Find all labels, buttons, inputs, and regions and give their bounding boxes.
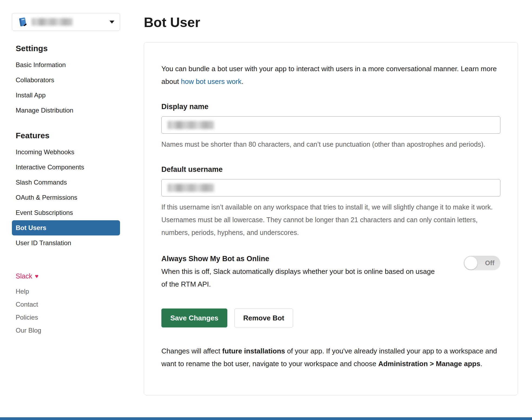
footer-link-help[interactable]: Help xyxy=(16,285,120,298)
main-content: Bot User You can bundle a bot user with … xyxy=(120,0,532,395)
bottom-accent-bar xyxy=(0,417,532,420)
page: Settings Basic Information Collaborators… xyxy=(0,0,532,395)
how-bot-users-work-link[interactable]: how bot users work xyxy=(181,77,241,86)
always-online-row: Always Show My Bot as Online When this i… xyxy=(161,255,500,291)
default-username-input[interactable] xyxy=(161,179,500,196)
sidebar: Settings Basic Information Collaborators… xyxy=(12,13,120,395)
sidebar-item-incoming-webhooks[interactable]: Incoming Webhooks xyxy=(12,145,120,160)
page-title: Bot User xyxy=(144,15,518,30)
footnote-text: Changes will affect future installations… xyxy=(161,345,499,370)
sidebar-item-basic-information[interactable]: Basic Information xyxy=(12,57,120,73)
footnote-bold1: future installations xyxy=(222,347,285,355)
app-selector-dropdown[interactable] xyxy=(12,13,120,31)
toggle-knob xyxy=(464,257,477,270)
sidebar-item-install-app[interactable]: Install App xyxy=(12,88,120,103)
toggle-state-label: Off xyxy=(485,259,494,267)
slack-brand: Slack ♥ xyxy=(16,272,120,280)
slack-brand-label: Slack xyxy=(16,272,32,280)
sidebar-item-oauth-permissions[interactable]: OAuth & Permissions xyxy=(12,190,120,205)
footer-link-our-blog[interactable]: Our Blog xyxy=(16,324,120,337)
footer-link-contact[interactable]: Contact xyxy=(16,298,120,311)
always-online-title: Always Show My Bot as Online xyxy=(161,255,437,263)
app-book-icon xyxy=(18,17,28,27)
intro-text: You can bundle a bot user with your app … xyxy=(161,63,499,88)
footer-link-policies[interactable]: Policies xyxy=(16,311,120,324)
save-changes-button[interactable]: Save Changes xyxy=(161,309,227,327)
display-name-value-redacted xyxy=(168,121,214,129)
always-online-toggle[interactable]: Off xyxy=(464,256,500,270)
footnote-part1: Changes will affect xyxy=(161,347,222,355)
sidebar-item-bot-users[interactable]: Bot Users xyxy=(12,220,120,235)
footnote-bold2: Administration > Manage apps xyxy=(378,360,480,368)
always-online-description: When this is off, Slack automatically di… xyxy=(161,265,437,291)
always-online-label-block: Always Show My Bot as Online When this i… xyxy=(161,255,437,291)
remove-bot-button[interactable]: Remove Bot xyxy=(234,309,293,327)
display-name-help: Names must be shorter than 80 characters… xyxy=(161,138,499,151)
button-row: Save Changes Remove Bot xyxy=(161,309,500,327)
sidebar-item-manage-distribution[interactable]: Manage Distribution xyxy=(12,103,120,118)
display-name-label: Display name xyxy=(161,103,500,111)
footnote-part3: . xyxy=(480,360,482,368)
chevron-down-icon xyxy=(109,21,114,24)
sidebar-section-features: Features xyxy=(16,131,120,140)
intro-text-suffix: . xyxy=(241,77,243,86)
sidebar-item-user-id-translation[interactable]: User ID Translation xyxy=(12,235,120,251)
default-username-label: Default username xyxy=(161,165,500,174)
sidebar-item-slash-commands[interactable]: Slash Commands xyxy=(12,175,120,190)
sidebar-item-interactive-components[interactable]: Interactive Components xyxy=(12,160,120,175)
sidebar-footer: Slack ♥ Help Contact Policies Our Blog xyxy=(12,272,120,337)
display-name-input[interactable] xyxy=(161,116,500,134)
default-username-value-redacted xyxy=(168,184,214,192)
sidebar-item-collaborators[interactable]: Collaborators xyxy=(12,73,120,88)
heart-icon: ♥ xyxy=(35,273,38,280)
bot-user-card: You can bundle a bot user with your app … xyxy=(144,42,518,395)
sidebar-item-event-subscriptions[interactable]: Event Subscriptions xyxy=(12,205,120,220)
default-username-help: If this username isn’t available on any … xyxy=(161,201,499,239)
app-name-redacted xyxy=(32,18,73,26)
sidebar-section-settings: Settings xyxy=(16,44,120,53)
